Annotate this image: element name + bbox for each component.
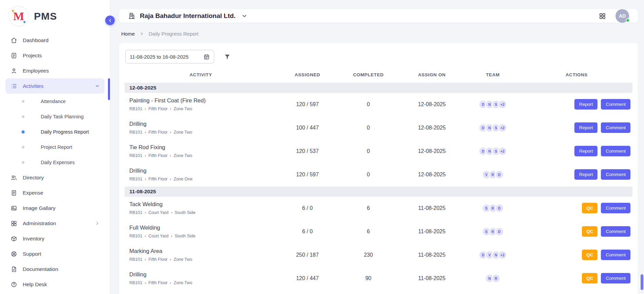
team-member-avatar[interactable]: D bbox=[495, 204, 504, 213]
qc-button[interactable]: QC bbox=[582, 203, 597, 213]
location-path-segment: RB101 bbox=[129, 153, 142, 158]
assigned-value: 6 / 0 bbox=[277, 197, 338, 220]
bullet-icon bbox=[22, 115, 24, 118]
activity-location-path: RB101›Court Yard›South Side bbox=[129, 234, 274, 238]
scrollbar-thumb[interactable] bbox=[641, 274, 643, 290]
location-path-segment: Zone One bbox=[174, 177, 193, 181]
team-extra-count[interactable]: +2 bbox=[498, 147, 507, 156]
bullet-icon bbox=[22, 146, 24, 149]
team-member-avatar[interactable]: D bbox=[495, 170, 504, 179]
comment-button[interactable]: Comment bbox=[601, 169, 630, 180]
team-extra-count[interactable]: +2 bbox=[498, 123, 507, 132]
assign-on-date: 12-08-2025 bbox=[399, 116, 465, 140]
sidebar-item-dashboard[interactable]: Dashboard bbox=[5, 33, 105, 48]
team-member-avatar[interactable]: D bbox=[495, 227, 504, 236]
comment-button[interactable]: Comment bbox=[601, 146, 630, 156]
chevron-right-icon: › bbox=[145, 210, 146, 215]
sidebar-item-expense[interactable]: Expense bbox=[5, 185, 105, 200]
comment-button[interactable]: Comment bbox=[601, 203, 630, 213]
sidebar-item-inventory[interactable]: Inventory bbox=[5, 231, 105, 246]
column-header-team: TEAM bbox=[465, 69, 521, 83]
sidebar-subitem-label: Daily Progress Report bbox=[41, 129, 89, 135]
sidebar-item-employees[interactable]: Employees bbox=[5, 63, 105, 78]
sidebar-item-label: Expense bbox=[23, 190, 43, 196]
qc-button[interactable]: QC bbox=[582, 226, 597, 237]
activity-row: Painting - First Coat (Fire Red)RB101›Fi… bbox=[125, 93, 632, 116]
sidebar-item-label: Employees bbox=[23, 68, 49, 74]
user-avatar[interactable]: AD bbox=[615, 9, 629, 23]
location-path-segment: Fifth Floor bbox=[148, 153, 167, 158]
comment-button[interactable]: Comment bbox=[601, 226, 630, 237]
breadcrumb-home[interactable]: Home bbox=[121, 31, 135, 37]
sidebar-item-activities[interactable]: Activities bbox=[5, 78, 105, 94]
report-button[interactable]: Report bbox=[574, 122, 598, 133]
comment-button[interactable]: Comment bbox=[601, 250, 630, 260]
chevron-right-icon: › bbox=[145, 280, 146, 285]
assigned-value: 120 / 537 bbox=[277, 140, 338, 163]
comment-button[interactable]: Comment bbox=[601, 122, 630, 133]
comment-button[interactable]: Comment bbox=[601, 273, 630, 283]
assign-on-date: 11-08-2025 bbox=[399, 267, 465, 290]
sidebar-subitem-daily-task-planning[interactable]: Daily Task Planning bbox=[5, 109, 105, 124]
assign-on-date: 12-08-2025 bbox=[399, 93, 465, 116]
sidebar-subitem-daily-expenses[interactable]: Daily Expenses bbox=[5, 155, 105, 170]
filter-icon[interactable] bbox=[224, 53, 231, 60]
company-selector[interactable]: Raja Bahadur International Ltd. bbox=[128, 12, 247, 20]
report-button[interactable]: Report bbox=[574, 99, 598, 110]
apps-grid-icon[interactable] bbox=[599, 13, 606, 20]
sidebar-subitem-project-report[interactable]: Project Report bbox=[5, 139, 105, 155]
column-header-actions: ACTIONS bbox=[521, 69, 632, 83]
sidebar-collapse-button[interactable] bbox=[105, 16, 115, 25]
sidebar-item-label: Projects bbox=[23, 53, 42, 59]
support-icon bbox=[10, 250, 18, 258]
chevron-right-icon: › bbox=[145, 106, 146, 111]
chevron-right-icon: › bbox=[170, 153, 171, 158]
sidebar-subitem-daily-progress-report[interactable]: Daily Progress Report bbox=[5, 124, 105, 139]
location-path-segment: Zone Two bbox=[174, 106, 192, 111]
chevron-right-icon: › bbox=[171, 210, 172, 215]
app-root: M PMS DashboardProjectsEmployeesActiviti… bbox=[0, 0, 644, 294]
qc-button[interactable]: QC bbox=[582, 250, 597, 260]
date-range-input[interactable]: 11-08-2025 to 16-08-2025 bbox=[125, 50, 214, 63]
actions-cell: QCComment bbox=[521, 197, 632, 220]
sidebar-item-label: Dashboard bbox=[23, 37, 49, 43]
assign-on-date: 11-08-2025 bbox=[399, 243, 465, 267]
sidebar-item-image-gallary[interactable]: Image Gallary bbox=[5, 200, 105, 216]
report-toolbar: 11-08-2025 to 16-08-2025 bbox=[125, 50, 632, 63]
location-path-segment: RB101 bbox=[129, 257, 142, 262]
team-cell: DNS+2 bbox=[465, 116, 521, 140]
sidebar-item-support[interactable]: Support bbox=[5, 246, 105, 261]
avatar-initials: AD bbox=[619, 13, 626, 19]
sidebar-item-help-desk[interactable]: Help Desk bbox=[5, 277, 105, 292]
location-path-segment: RB101 bbox=[129, 130, 142, 135]
location-path-segment: RB101 bbox=[129, 280, 142, 285]
sidebar-item-documentation[interactable]: Documentation bbox=[5, 261, 105, 277]
team-extra-count[interactable]: +2 bbox=[498, 251, 507, 259]
sidebar-item-label: Documentation bbox=[23, 266, 58, 272]
chevron-right-icon: › bbox=[171, 234, 172, 238]
assign-on-date: 11-08-2025 bbox=[399, 197, 465, 220]
comment-button[interactable]: Comment bbox=[601, 99, 630, 110]
bullet-icon bbox=[22, 131, 24, 133]
sidebar-subitem-label: Daily Task Planning bbox=[41, 114, 84, 119]
brand: M PMS bbox=[0, 0, 110, 33]
projects-icon bbox=[10, 52, 18, 59]
qc-button[interactable]: QC bbox=[582, 273, 597, 283]
team-extra-count[interactable]: +2 bbox=[498, 100, 507, 109]
chevron-left-icon bbox=[108, 18, 113, 23]
team-member-avatar[interactable]: R bbox=[492, 274, 500, 283]
location-path-segment: Fifth Floor bbox=[148, 130, 167, 135]
sidebar-subitem-label: Attendance bbox=[41, 99, 66, 104]
chevron-right-icon: › bbox=[145, 177, 146, 181]
sidebar-item-directory[interactable]: Directory bbox=[5, 170, 105, 185]
completed-value: 0 bbox=[338, 140, 399, 163]
sidebar-item-projects[interactable]: Projects bbox=[5, 48, 105, 63]
sidebar-subitem-attendance[interactable]: Attendance bbox=[5, 94, 105, 109]
report-button[interactable]: Report bbox=[574, 146, 598, 156]
location-path-segment: Zone Two bbox=[174, 153, 192, 158]
sidebar-item-administration[interactable]: Administration bbox=[5, 216, 105, 231]
report-button[interactable]: Report bbox=[574, 169, 598, 180]
completed-value: 0 bbox=[338, 93, 399, 116]
team-cell: SRD bbox=[465, 220, 521, 243]
team-cell: DVN+2 bbox=[465, 243, 521, 267]
